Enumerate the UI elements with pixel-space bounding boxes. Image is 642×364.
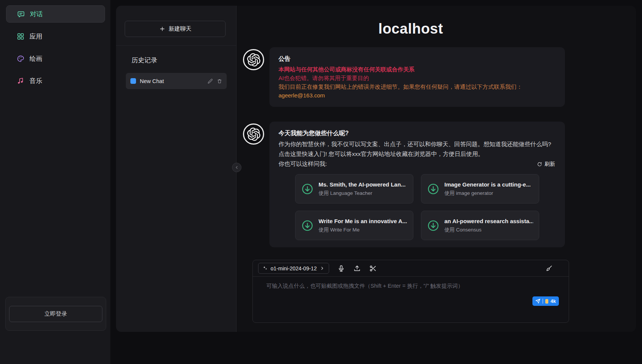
suggestion-grid: Ms. Smith, the AI-powered Lan... 使用 Lang…: [295, 174, 539, 240]
refresh-button[interactable]: 刷新: [537, 161, 555, 168]
sidebar-item-paint[interactable]: 绘画: [6, 50, 105, 67]
assistant-message: 今天我能为您做些什么呢? 作为你的智慧伙伴，我不仅可以写文案、出点子，还可以和你…: [243, 122, 565, 247]
music-note-icon: [17, 77, 25, 85]
suggestion-card[interactable]: Ms. Smith, the AI-powered Lan... 使用 Lang…: [295, 174, 413, 204]
sidebar-item-label: 绘画: [29, 54, 42, 63]
paper-plane-icon: [535, 299, 540, 304]
suggestion-card[interactable]: Image Generator is a cutting-e... 使用 ima…: [421, 174, 539, 204]
sidebar-item-music[interactable]: 音乐: [6, 72, 105, 89]
token-count: 4k: [551, 299, 556, 304]
refresh-icon: [537, 162, 542, 167]
openai-logo-icon: [247, 128, 260, 141]
cut-button[interactable]: [369, 265, 377, 272]
composer-input-area: [253, 277, 569, 311]
assistant-message: 公告 本网站与任何其他公司或商标没有任何关联或合作关系 AI也会犯错。请勿将其用…: [243, 47, 565, 107]
chat-item-title: New Chat: [140, 78, 204, 84]
login-panel: 立即登录: [5, 297, 106, 331]
app-window: 对话 应用 绘画: [0, 0, 642, 364]
history-divider: [116, 45, 236, 46]
suggestion-subtitle: 使用 Language Teacher: [319, 190, 405, 197]
arrow-down-circle-icon: [427, 183, 439, 195]
new-chat-button[interactable]: 新建聊天: [125, 21, 226, 37]
suggestion-card[interactable]: Write For Me is an innovative A... 使用 Wr…: [295, 211, 413, 240]
welcome-body: 作为你的智慧伙伴，我不仅可以写文案、出点子，还可以和你聊天、回答问题。想知道我还…: [278, 139, 556, 159]
sidebar-item-apps[interactable]: 应用: [6, 28, 105, 45]
sidebar-item-label: 对话: [30, 10, 43, 19]
composer: o1-mini-2024-09-12: [252, 260, 569, 323]
history-panel: 新建聊天 历史记录 New Chat: [116, 6, 236, 332]
welcome-bubble: 今天我能为您做些什么呢? 作为你的智慧伙伴，我不仅可以写文案、出点子，还可以和你…: [269, 122, 565, 247]
arrow-down-circle-icon: [301, 219, 314, 232]
sparkles-icon: [262, 265, 268, 271]
chevron-right-icon: [319, 265, 325, 271]
history-heading: 历史记录: [131, 56, 157, 65]
announcement-line: 我们目前正在修复我们网站上的错误并改进细节。如果您有任何疑问，请通过以下方式联系…: [278, 82, 556, 91]
refresh-label: 刷新: [545, 161, 555, 168]
page-title: localhost: [252, 21, 569, 37]
contact-email-link[interactable]: ageerle@163.com: [278, 91, 556, 100]
chat-bubble-icon: [17, 10, 25, 18]
chat-main: localhost 公告 本网站与任何其他公司或商标没有任何关联或合作关系 AI…: [237, 6, 636, 332]
suggestion-subtitle: 使用 Write For Me: [319, 227, 407, 233]
sidebar-item-label: 音乐: [29, 77, 42, 85]
new-chat-label: 新建聊天: [169, 25, 192, 32]
broom-icon: [545, 265, 553, 272]
token-icon: [545, 299, 548, 304]
clear-chat-button[interactable]: [545, 265, 553, 272]
collapse-sidebar-button[interactable]: [232, 163, 241, 172]
suggestion-subtitle: 使用 image generator: [444, 190, 531, 197]
edit-icon[interactable]: [207, 79, 213, 84]
suggestion-subtitle: 使用 Consensus: [444, 227, 533, 233]
announcement-line: 本网站与任何其他公司或商标没有任何关联或合作关系: [278, 65, 556, 74]
apps-grid-icon: [17, 32, 25, 40]
message-input[interactable]: [266, 282, 555, 310]
sidebar-item-chat[interactable]: 对话: [6, 5, 105, 23]
announcement-bubble: 公告 本网站与任何其他公司或商标没有任何关联或合作关系 AI也会犯错。请勿将其用…: [269, 47, 565, 107]
assistant-avatar: [243, 123, 264, 145]
suggestion-title: Image Generator is a cutting-e...: [444, 181, 531, 188]
upload-icon: [353, 265, 361, 272]
microphone-button[interactable]: [337, 265, 345, 272]
microphone-icon: [337, 265, 345, 272]
sidebar: 对话 应用 绘画: [0, 0, 110, 364]
upload-button[interactable]: [353, 265, 361, 272]
ask-hint: 你也可以这样问我:: [278, 159, 556, 169]
plus-icon: [159, 26, 166, 32]
chevron-left-icon: [234, 165, 239, 170]
suggestion-card[interactable]: an AI-powered research assista... 使用 Con…: [421, 211, 539, 240]
send-button[interactable]: 4k: [532, 296, 559, 306]
assistant-avatar: [243, 49, 264, 70]
welcome-heading: 今天我能为您做些什么呢?: [278, 129, 556, 138]
chat-history-item[interactable]: New Chat: [126, 73, 227, 89]
composer-toolbar: o1-mini-2024-09-12: [253, 260, 569, 277]
delete-icon[interactable]: [217, 79, 222, 84]
announcement-line: AI也会犯错。请勿将其用于重要目的: [278, 74, 556, 82]
announcement-heading: 公告: [278, 54, 556, 63]
arrow-down-circle-icon: [427, 219, 439, 232]
login-button[interactable]: 立即登录: [9, 306, 102, 322]
suggestion-title: Write For Me is an innovative A...: [319, 218, 407, 224]
palette-icon: [17, 55, 25, 63]
sidebar-item-label: 应用: [29, 32, 42, 41]
openai-logo-icon: [247, 53, 260, 66]
scissors-icon: [369, 265, 377, 272]
chat-item-icon: [130, 78, 136, 84]
suggestion-title: Ms. Smith, the AI-powered Lan...: [319, 181, 405, 188]
badge-divider: [543, 299, 543, 304]
arrow-down-circle-icon: [301, 183, 314, 195]
suggestion-title: an AI-powered research assista...: [444, 218, 533, 224]
model-selector[interactable]: o1-mini-2024-09-12: [258, 263, 329, 274]
model-name: o1-mini-2024-09-12: [271, 265, 317, 271]
